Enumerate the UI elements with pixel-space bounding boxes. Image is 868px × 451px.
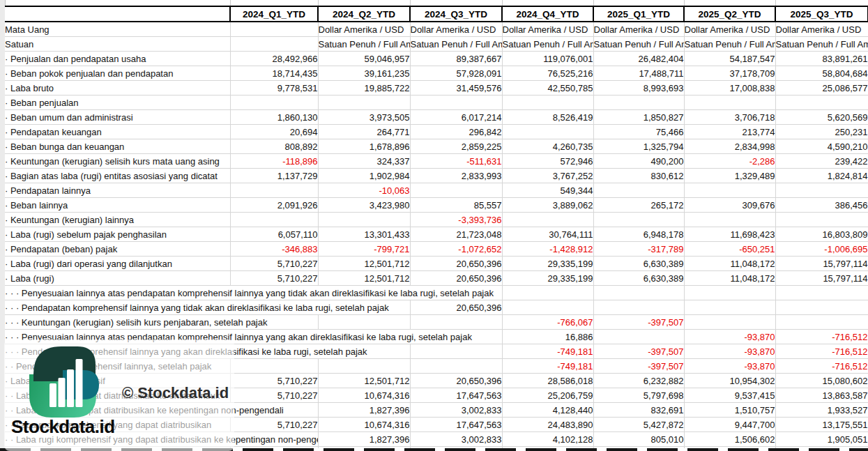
value-cell[interactable] <box>775 315 868 330</box>
row-label-cell[interactable]: · Bagian atas laba (rugi) entitas asosia… <box>5 169 230 183</box>
value-cell[interactable]: -3,393,736 <box>410 213 502 227</box>
value-cell[interactable]: 5,710,227 <box>230 374 318 388</box>
value-cell[interactable]: 1,827,396 <box>318 403 410 418</box>
value-cell[interactable]: 264,771 <box>318 125 410 139</box>
value-cell[interactable]: 28,586,018 <box>502 374 593 388</box>
value-cell[interactable]: 11,048,172 <box>684 257 775 271</box>
row-label-cell[interactable]: · Beban bunga dan keuangan <box>5 139 230 154</box>
value-cell[interactable]: Dollar Amerika / USD <box>593 22 684 37</box>
value-cell[interactable]: -346,883 <box>230 242 318 257</box>
value-cell[interactable]: 1,137,729 <box>230 169 318 183</box>
value-cell[interactable]: 386,456 <box>775 198 868 213</box>
value-cell[interactable] <box>593 213 684 227</box>
value-cell[interactable]: 309,676 <box>684 198 775 213</box>
value-cell[interactable]: 9,447,700 <box>684 418 775 432</box>
value-cell[interactable]: 4,260,735 <box>502 139 593 154</box>
value-cell[interactable] <box>775 300 868 315</box>
value-cell[interactable]: 1,824,814 <box>775 169 868 183</box>
value-cell[interactable]: 15,797,114 <box>775 271 868 286</box>
value-cell[interactable] <box>593 183 684 198</box>
value-cell[interactable] <box>230 37 318 52</box>
value-cell[interactable] <box>684 315 775 330</box>
value-cell[interactable]: 3,423,980 <box>318 198 410 213</box>
row-label-cell[interactable]: · Laba (rugi) <box>5 271 230 286</box>
value-cell[interactable] <box>318 315 410 330</box>
value-cell[interactable]: 13,175,551 <box>775 418 868 432</box>
value-cell[interactable]: 6,630,389 <box>593 271 684 286</box>
value-cell[interactable]: 57,928,091 <box>410 66 502 81</box>
value-cell[interactable]: 1,329,489 <box>684 169 775 183</box>
value-cell[interactable]: 13,863,587 <box>775 388 868 403</box>
value-cell[interactable] <box>502 95 593 110</box>
value-cell[interactable]: 10,674,316 <box>318 388 410 403</box>
value-cell[interactable]: -766,067 <box>502 315 593 330</box>
value-cell[interactable]: -1,072,652 <box>410 242 502 257</box>
value-cell[interactable]: 1,678,896 <box>318 139 410 154</box>
value-cell[interactable] <box>502 300 593 315</box>
value-cell[interactable]: 11,698,423 <box>684 227 775 242</box>
row-label-cell[interactable]: · Beban lainnya <box>5 198 230 213</box>
value-cell[interactable]: 30,764,111 <box>502 227 593 242</box>
row-label-cell[interactable]: Mata Uang <box>5 22 230 37</box>
value-cell[interactable]: 20,650,396 <box>410 257 502 271</box>
value-cell[interactable]: 5,710,227 <box>230 418 318 432</box>
value-cell[interactable]: 213,774 <box>684 125 775 139</box>
value-cell[interactable]: 6,017,214 <box>410 110 502 125</box>
corner-header-cell[interactable] <box>5 6 230 22</box>
value-cell[interactable]: 4,590,210 <box>775 139 868 154</box>
value-cell[interactable]: 6,232,882 <box>593 374 684 388</box>
value-cell[interactable] <box>318 213 410 227</box>
value-cell[interactable]: 5,620,569 <box>775 110 868 125</box>
value-cell[interactable]: 2,859,225 <box>410 139 502 154</box>
value-cell[interactable]: 19,885,722 <box>318 81 410 95</box>
value-cell[interactable]: 239,422 <box>775 154 868 169</box>
row-label-cell[interactable]: · Beban umum dan administrasi <box>5 110 230 125</box>
value-cell[interactable]: -397,507 <box>593 359 684 374</box>
value-cell[interactable]: 1,510,757 <box>684 403 775 418</box>
row-label-cell[interactable]: · Beban penjualan <box>5 95 230 110</box>
value-cell[interactable] <box>593 286 684 300</box>
value-cell[interactable]: 76,525,216 <box>502 66 593 81</box>
value-cell[interactable]: 808,892 <box>230 139 318 154</box>
value-cell[interactable]: Satuan Penuh / Full Amount <box>502 37 593 52</box>
value-cell[interactable] <box>410 315 502 330</box>
value-cell[interactable]: 42,550,785 <box>502 81 593 95</box>
value-cell[interactable]: 31,459,576 <box>410 81 502 95</box>
value-cell[interactable]: 16,803,809 <box>775 227 868 242</box>
value-cell[interactable]: 2,834,998 <box>684 139 775 154</box>
value-cell[interactable]: 17,647,563 <box>410 418 502 432</box>
column-header-2024_Q2_YTD[interactable]: 2024_Q2_YTD <box>318 6 410 22</box>
value-cell[interactable]: 1,933,527 <box>775 403 868 418</box>
value-cell[interactable]: 20,650,396 <box>410 374 502 388</box>
row-label-cell[interactable]: · Laba bruto <box>5 81 230 95</box>
value-cell[interactable]: Satuan Penuh / Full Amount <box>410 37 502 52</box>
value-cell[interactable] <box>775 286 868 300</box>
value-cell[interactable]: -93,870 <box>684 344 775 359</box>
value-cell[interactable]: 572,946 <box>502 154 593 169</box>
value-cell[interactable]: -749,181 <box>502 344 593 359</box>
row-label-cell[interactable]: · · · Keuntungan (kerugian) selisih kurs… <box>5 315 318 330</box>
value-cell[interactable]: -511,631 <box>410 154 502 169</box>
value-cell[interactable]: 8,526,419 <box>502 110 593 125</box>
value-cell[interactable]: Satuan Penuh / Full Amount <box>775 37 868 52</box>
value-cell[interactable]: 3,973,505 <box>318 110 410 125</box>
value-cell[interactable] <box>684 286 775 300</box>
column-header-2024_Q1_YTD[interactable]: 2024_Q1_YTD <box>230 6 318 22</box>
value-cell[interactable] <box>593 300 684 315</box>
value-cell[interactable] <box>502 286 593 300</box>
row-label-cell[interactable]: · Pendapatan (beban) pajak <box>5 242 230 257</box>
value-cell[interactable]: Dollar Amerika / USD <box>684 22 775 37</box>
value-cell[interactable]: Satuan Penuh / Full Amount <box>318 37 410 52</box>
value-cell[interactable]: -799,721 <box>318 242 410 257</box>
row-label-cell[interactable]: · Laba (rugi) sebelum pajak penghasilan <box>5 227 230 242</box>
value-cell[interactable] <box>502 125 593 139</box>
value-cell[interactable]: 20,694 <box>230 125 318 139</box>
column-header-2025_Q3_YTD[interactable]: 2025_Q3_YTD <box>775 6 868 22</box>
value-cell[interactable]: 1,325,794 <box>593 139 684 154</box>
value-cell[interactable]: 6,630,389 <box>593 257 684 271</box>
value-cell[interactable]: 20,650,396 <box>410 271 502 286</box>
value-cell[interactable]: 1,506,602 <box>684 432 775 447</box>
value-cell[interactable]: 75,466 <box>593 125 684 139</box>
value-cell[interactable]: 29,335,199 <box>502 271 593 286</box>
value-cell[interactable]: 119,076,001 <box>502 52 593 66</box>
